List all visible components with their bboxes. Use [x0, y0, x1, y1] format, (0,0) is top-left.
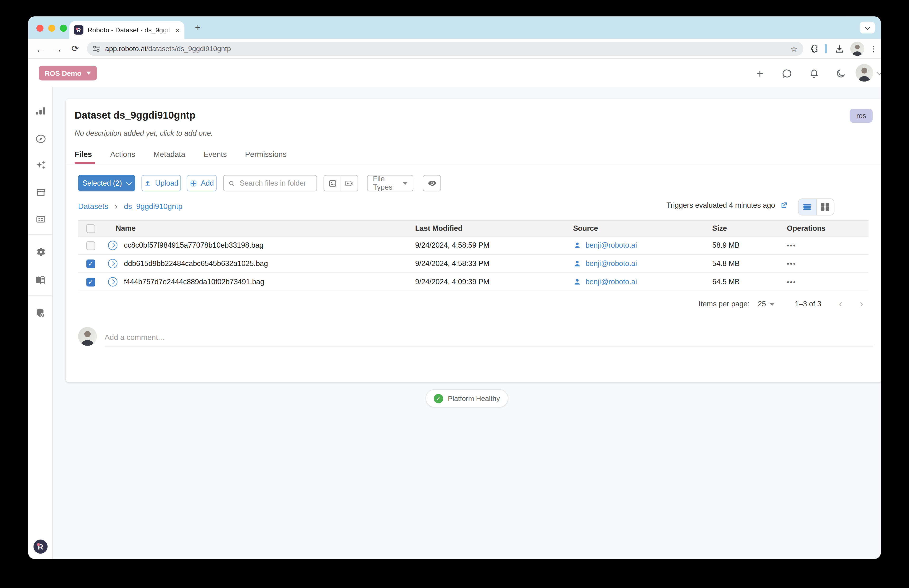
create-new-icon[interactable]: + [753, 67, 766, 80]
sidebar-settings-gear-icon[interactable] [28, 245, 53, 259]
notifications-bell-icon[interactable] [807, 67, 820, 80]
file-source-link[interactable]: benji@roboto.ai [586, 260, 637, 268]
window-close-button[interactable] [36, 25, 44, 32]
new-tab-button[interactable]: + [191, 22, 204, 34]
sidebar-marketplace-storefront-icon[interactable] [28, 185, 53, 199]
sidebar-explore-compass-icon[interactable] [28, 131, 53, 145]
comment-input[interactable] [105, 331, 873, 347]
sidebar-ai-sparkles-icon[interactable] [28, 158, 53, 172]
reload-button[interactable]: ⟳ [68, 42, 82, 55]
more-options-icon[interactable]: ••• [787, 273, 796, 291]
dataset-description-placeholder[interactable]: No description added yet, click to add o… [75, 129, 213, 137]
header-source[interactable]: Source [573, 221, 598, 236]
file-search-box[interactable] [223, 175, 317, 191]
tab-events[interactable]: Events [203, 150, 227, 158]
header-last-modified[interactable]: Last Modified [415, 221, 463, 236]
tab-search-button[interactable] [860, 22, 875, 33]
tab-files[interactable]: Files [75, 150, 92, 158]
expand-row-icon[interactable] [108, 237, 118, 254]
table-row[interactable]: ✓ ddb615d9bb22484cabc6545b632a1025.bag 9… [78, 255, 869, 273]
tab-metadata[interactable]: Metadata [153, 150, 185, 158]
window-zoom-button[interactable] [60, 25, 67, 32]
breadcrumb-current-link[interactable]: ds_9ggdi910gntp [124, 202, 182, 211]
selected-label: Selected (2) [82, 179, 122, 187]
extensions-puzzle-icon[interactable] [807, 43, 820, 55]
file-size: 54.8 MB [712, 255, 739, 272]
row-checkbox[interactable]: ✓ [86, 241, 95, 250]
file-last-modified: 9/24/2024, 4:58:59 PM [415, 237, 489, 254]
roboto-logo[interactable]: R [34, 540, 48, 554]
tab-permissions[interactable]: Permissions [245, 150, 287, 158]
row-checkbox[interactable]: ✓ [86, 259, 95, 268]
caret-down-icon [403, 182, 408, 185]
upload-button[interactable]: Upload [141, 175, 181, 191]
sidebar-admin-shield-icon[interactable] [28, 306, 53, 320]
grid-view-button[interactable] [817, 199, 834, 215]
table-row[interactable]: ✓ cc8c0bf57f984915a77078b10eb33198.bag 9… [78, 237, 869, 255]
next-page-button[interactable]: › [860, 298, 863, 310]
comment-box[interactable] [105, 331, 873, 347]
expand-row-icon[interactable] [108, 255, 118, 272]
url-bar[interactable]: app.roboto.ai/datasets/ds_9ggdi910gntp ☆ [87, 42, 804, 56]
chat-bubble-icon[interactable] [780, 67, 793, 80]
site-settings-icon[interactable] [93, 45, 100, 52]
browser-menu-kebab-icon[interactable]: ⋮ [867, 42, 881, 55]
browser-profile-avatar[interactable] [850, 42, 864, 56]
breadcrumb-datasets-link[interactable]: Datasets [78, 202, 108, 211]
select-all-checkbox[interactable] [86, 221, 95, 236]
header-name[interactable]: Name [116, 221, 136, 236]
header-size[interactable]: Size [712, 221, 727, 236]
more-options-icon[interactable]: ••• [787, 237, 796, 254]
tab-close-icon[interactable]: × [175, 26, 180, 34]
file-last-modified: 9/24/2024, 4:58:33 PM [415, 255, 489, 272]
sidebar-documentation-book-icon[interactable] [28, 273, 53, 287]
tab-actions[interactable]: Actions [110, 150, 135, 158]
sidebar-divider [28, 234, 52, 235]
add-button[interactable]: Add [187, 175, 217, 191]
file-source-link[interactable]: benji@roboto.ai [586, 241, 637, 250]
more-options-icon[interactable]: ••• [787, 255, 796, 272]
breadcrumb: Datasets › ds_9ggdi910gntp [78, 201, 182, 211]
file-types-select[interactable]: File Types [367, 175, 413, 191]
list-view-button[interactable] [799, 199, 816, 215]
back-button[interactable]: ← [33, 42, 47, 55]
triggers-note-text: Triggers evaluated 4 minutes ago [667, 201, 775, 210]
file-source-link[interactable]: benji@roboto.ai [586, 278, 637, 286]
selected-dropdown-button[interactable]: Selected (2) [78, 175, 135, 191]
grid-view-icon [821, 203, 829, 211]
browser-tab[interactable]: R Roboto - Dataset - ds_9ggdi910gntp × [69, 21, 184, 39]
file-name[interactable]: cc8c0bf57f984915a77078b10eb33198.bag [124, 237, 263, 254]
row-checkbox[interactable]: ✓ [86, 277, 95, 286]
window-minimize-button[interactable] [48, 25, 55, 32]
video-filter-icon[interactable] [341, 175, 357, 191]
dark-mode-moon-icon[interactable] [834, 67, 847, 80]
active-tab-underline [75, 162, 95, 164]
bookmark-star-icon[interactable]: ☆ [791, 44, 798, 53]
user-avatar[interactable] [856, 64, 873, 82]
expand-row-icon[interactable] [108, 273, 118, 291]
search-input[interactable] [239, 178, 312, 188]
files-table: Name Last Modified Source Size Operation… [78, 220, 869, 291]
person-icon [573, 260, 581, 268]
download-indicator [825, 44, 827, 53]
file-last-modified: 9/24/2024, 4:09:39 PM [415, 273, 489, 291]
visibility-toggle-button[interactable] [423, 175, 441, 191]
items-per-page-select[interactable]: 25 [758, 300, 775, 308]
dataset-tag-badge[interactable]: ros [850, 108, 873, 123]
file-name[interactable]: ddb615d9bb22484cabc6545b632a1025.bag [124, 255, 268, 272]
external-link-icon[interactable] [780, 201, 788, 210]
app-top-bar: ROS Demo + [28, 59, 881, 87]
downloads-icon[interactable] [833, 43, 846, 55]
caret-down-icon [86, 71, 91, 74]
previous-page-button[interactable]: ‹ [839, 298, 842, 310]
account-chevron-down-icon[interactable] [877, 69, 881, 75]
file-name[interactable]: f444b757d7e2444c889da10f02b73491.bag [124, 273, 264, 291]
sidebar-analytics-icon[interactable] [28, 104, 53, 118]
image-filter-icon[interactable] [324, 175, 341, 191]
sidebar-divider [28, 296, 52, 296]
sidebar-collections-card-icon[interactable] [28, 212, 53, 226]
pagination-range: 1–3 of 3 [795, 300, 821, 308]
forward-button[interactable]: → [50, 42, 65, 55]
org-switcher-button[interactable]: ROS Demo [39, 66, 97, 81]
table-row[interactable]: ✓ f444b757d7e2444c889da10f02b73491.bag 9… [78, 273, 869, 291]
